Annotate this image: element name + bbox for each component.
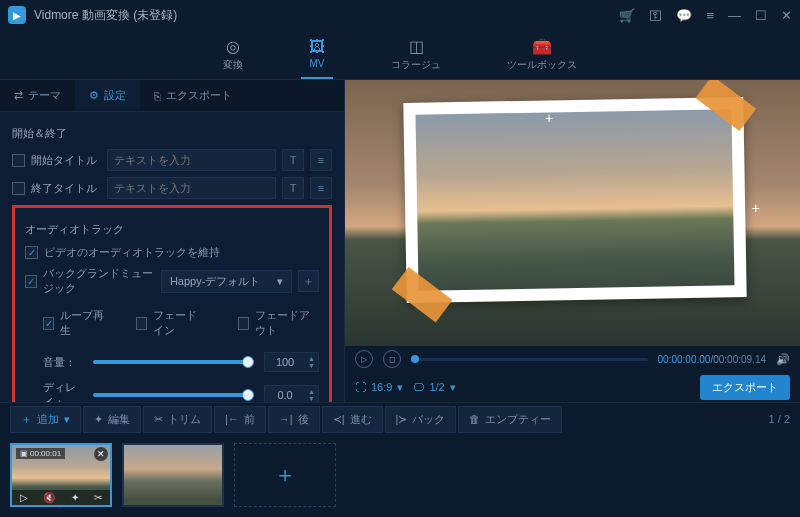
- mv-icon: 🖼: [309, 38, 325, 56]
- delay-label: ディレイ：: [43, 380, 83, 402]
- chat-icon[interactable]: 💬: [676, 8, 692, 23]
- add-button[interactable]: ＋ 追加 ▾: [10, 406, 81, 433]
- convert-icon: ◎: [226, 37, 240, 56]
- workspace: ⇄ テーマ ⚙ 設定 ⎘ エクスポート 開始＆終了 開始タイトル T ≡: [0, 80, 800, 402]
- clip-duration-badge: ▣ 00:00:01: [16, 448, 65, 459]
- edit-button[interactable]: ✦編集: [83, 406, 141, 433]
- volume-label: 音量：: [43, 355, 83, 370]
- volume-slider[interactable]: [93, 360, 254, 364]
- play-button[interactable]: ▷: [355, 350, 373, 368]
- start-text-style-button[interactable]: T: [282, 149, 304, 171]
- tab-toolbox[interactable]: 🧰 ツールボックス: [499, 30, 585, 79]
- maximize-icon[interactable]: ☐: [755, 8, 767, 23]
- end-text-style-button[interactable]: T: [282, 177, 304, 199]
- sub-tab-theme[interactable]: ⇄ テーマ: [0, 80, 75, 111]
- skip-back-icon: ≺|: [333, 413, 345, 426]
- start-title-input[interactable]: [107, 149, 276, 171]
- clip-play-icon[interactable]: ▷: [20, 492, 28, 503]
- keep-audio-checkbox[interactable]: [25, 246, 38, 259]
- volume-down[interactable]: ▼: [305, 362, 318, 369]
- tab-convert[interactable]: ◎ 変換: [215, 30, 251, 79]
- delay-slider[interactable]: [93, 393, 254, 397]
- page-indicator: 1 / 2: [769, 413, 790, 425]
- add-clip-button[interactable]: ＋: [234, 443, 336, 507]
- after-button[interactable]: →|後: [268, 406, 320, 433]
- edit-toolbar: ＋ 追加 ▾ ✦編集 ✂トリム |←前 →|後 ≺|進む |≻バック 🗑エンプテ…: [0, 403, 800, 435]
- tab-collage[interactable]: ◫ コラージュ: [383, 30, 449, 79]
- stop-button[interactable]: ◻: [383, 350, 401, 368]
- section-start-end-title: 開始＆終了: [12, 126, 332, 141]
- gear-icon: ⚙: [89, 89, 99, 102]
- clip-edit-icon[interactable]: ✦: [71, 492, 79, 503]
- anchor-icon[interactable]: +: [752, 200, 760, 216]
- settings-panel: ⇄ テーマ ⚙ 設定 ⎘ エクスポート 開始＆終了 開始タイトル T ≡: [0, 80, 345, 402]
- minimize-icon[interactable]: —: [728, 8, 741, 23]
- export-icon: ⎘: [154, 90, 161, 102]
- audio-track-section: オーディオトラック ビデオのオーディオトラックを維持 バックグランドミュージック…: [12, 205, 332, 402]
- theme-icon: ⇄: [14, 89, 23, 102]
- back-button[interactable]: |≻バック: [385, 406, 457, 433]
- toolbox-icon: 🧰: [532, 37, 552, 56]
- clip-remove-button[interactable]: ✕: [94, 447, 108, 461]
- clip-list: ▣ 00:00:01 ✕ ▷ 🔇 ✦ ✂ ＋: [0, 435, 800, 517]
- clip-mute-icon[interactable]: 🔇: [43, 492, 55, 503]
- crop-icon: ⛶: [355, 381, 366, 393]
- sub-tab-export[interactable]: ⎘ エクスポート: [140, 80, 246, 111]
- volume-up[interactable]: ▲: [305, 355, 318, 362]
- bar-right-icon: →|: [279, 413, 293, 425]
- fadeout-checkbox[interactable]: [238, 317, 249, 330]
- preview-canvas[interactable]: + +: [345, 80, 800, 346]
- clip-trim-icon[interactable]: ✂: [94, 492, 102, 503]
- clip-thumbnail[interactable]: ▣ 00:00:01 ✕ ▷ 🔇 ✦ ✂: [10, 443, 112, 507]
- end-title-input[interactable]: [107, 177, 276, 199]
- start-title-checkbox[interactable]: [12, 154, 25, 167]
- delay-up[interactable]: ▲: [305, 388, 318, 395]
- bg-music-checkbox[interactable]: [25, 275, 37, 288]
- trim-button[interactable]: ✂トリム: [143, 406, 212, 433]
- volume-spinner[interactable]: ▲▼: [264, 352, 319, 372]
- progress-slider[interactable]: [411, 358, 648, 361]
- wand-icon: ✦: [94, 413, 103, 426]
- delay-spinner[interactable]: ▲▼: [264, 385, 319, 402]
- chevron-down-icon: ▾: [450, 381, 456, 394]
- main-tabs: ◎ 変換 🖼 MV ◫ コラージュ 🧰 ツールボックス: [0, 30, 800, 80]
- chevron-down-icon: ▾: [397, 381, 403, 394]
- clip-thumbnail[interactable]: [122, 443, 224, 507]
- aspect-ratio-selector[interactable]: ⛶16:9▾: [355, 381, 403, 394]
- start-text-align-button[interactable]: ≡: [310, 149, 332, 171]
- end-title-label: 終了タイトル: [31, 181, 101, 196]
- chevron-down-icon: ▾: [277, 275, 283, 288]
- collage-icon: ◫: [409, 37, 424, 56]
- cart-icon[interactable]: 🛒: [619, 8, 635, 23]
- bg-music-dropdown[interactable]: Happy-デフォルト ▾: [161, 270, 293, 293]
- sub-tab-settings[interactable]: ⚙ 設定: [75, 80, 140, 111]
- tab-mv[interactable]: 🖼 MV: [301, 30, 333, 79]
- before-button[interactable]: |←前: [214, 406, 266, 433]
- fadein-checkbox[interactable]: [136, 317, 147, 330]
- volume-icon[interactable]: 🔊: [776, 353, 790, 366]
- time-display: 00:00:00.00/00:00:09.14: [658, 354, 766, 365]
- scissors-icon: ✂: [154, 413, 163, 426]
- end-text-align-button[interactable]: ≡: [310, 177, 332, 199]
- app-title: Vidmore 動画変換 (未登録): [34, 7, 619, 24]
- delay-down[interactable]: ▼: [305, 395, 318, 402]
- page-selector[interactable]: 🖵1/2▾: [413, 381, 455, 394]
- playback-controls: ▷ ◻ 00:00:00.00/00:00:09.14 🔊: [345, 346, 800, 372]
- end-title-checkbox[interactable]: [12, 182, 25, 195]
- add-music-button[interactable]: ＋: [298, 270, 319, 292]
- export-button[interactable]: エクスポート: [700, 375, 790, 400]
- trash-icon: 🗑: [469, 413, 480, 425]
- titlebar: ▶ Vidmore 動画変換 (未登録) 🛒 ⚿ 💬 ≡ — ☐ ✕: [0, 0, 800, 30]
- keep-audio-label: ビデオのオーディオトラックを維持: [44, 245, 220, 260]
- forward-button[interactable]: ≺|進む: [322, 406, 383, 433]
- key-icon[interactable]: ⚿: [649, 8, 662, 23]
- loop-checkbox[interactable]: [43, 317, 54, 330]
- app-logo: ▶: [8, 6, 26, 24]
- screen-icon: 🖵: [413, 381, 424, 393]
- empty-button[interactable]: 🗑エンプティー: [458, 406, 562, 433]
- anchor-icon[interactable]: +: [545, 110, 553, 126]
- skip-fwd-icon: |≻: [396, 413, 408, 426]
- close-icon[interactable]: ✕: [781, 8, 792, 23]
- menu-icon[interactable]: ≡: [706, 8, 714, 23]
- sub-tabs: ⇄ テーマ ⚙ 設定 ⎘ エクスポート: [0, 80, 344, 112]
